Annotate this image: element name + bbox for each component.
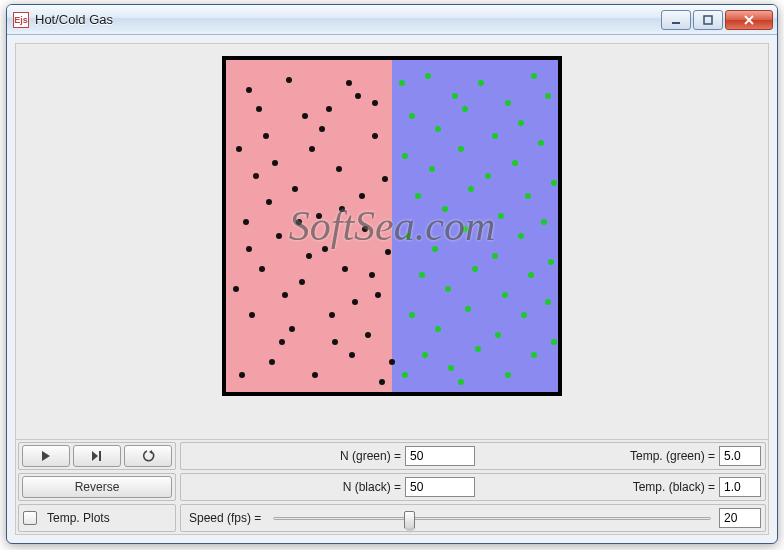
slider-thumb[interactable] xyxy=(404,511,415,529)
temp-plots-label: Temp. Plots xyxy=(43,511,114,525)
temp-plots-checkbox[interactable] xyxy=(23,511,37,525)
black-particle xyxy=(379,379,385,385)
reverse-button[interactable]: Reverse xyxy=(22,476,172,498)
black-particle xyxy=(269,359,275,365)
green-particle xyxy=(415,193,421,199)
green-particle xyxy=(545,299,551,305)
green-particle xyxy=(405,233,411,239)
speed-slider[interactable] xyxy=(273,508,711,528)
play-button[interactable] xyxy=(22,445,70,467)
green-particle xyxy=(492,133,498,139)
n-black-input[interactable]: 50 xyxy=(405,477,475,497)
black-particle xyxy=(246,87,252,93)
green-particle xyxy=(409,113,415,119)
green-particle xyxy=(505,372,511,378)
cold-region xyxy=(392,60,558,392)
svg-marker-7 xyxy=(149,450,152,454)
black-particle xyxy=(279,339,285,345)
temp-black-input[interactable]: 1.0 xyxy=(719,477,761,497)
black-particle xyxy=(253,173,259,179)
black-particle xyxy=(389,359,395,365)
green-particle xyxy=(402,153,408,159)
svg-marker-4 xyxy=(42,451,50,461)
black-particle xyxy=(372,100,378,106)
green-particle xyxy=(518,120,524,126)
svg-rect-6 xyxy=(99,451,101,461)
green-particle xyxy=(512,160,518,166)
green-particle xyxy=(409,312,415,318)
temp-black-label: Temp. (black) = xyxy=(629,480,719,494)
simulation-box[interactable] xyxy=(222,56,562,396)
green-particle xyxy=(538,140,544,146)
reset-button[interactable] xyxy=(124,445,172,467)
reset-icon xyxy=(141,450,155,462)
green-particle xyxy=(465,306,471,312)
green-particle xyxy=(432,246,438,252)
green-particle xyxy=(429,166,435,172)
app-icon: Ejs xyxy=(13,12,29,28)
playback-buttons xyxy=(18,442,176,470)
n-green-input[interactable]: 50 xyxy=(405,446,475,466)
black-particle xyxy=(349,352,355,358)
green-particle xyxy=(475,346,481,352)
green-particle xyxy=(452,93,458,99)
temp-green-input[interactable]: 5.0 xyxy=(719,446,761,466)
black-particle xyxy=(336,166,342,172)
green-particle xyxy=(505,100,511,106)
black-params-panel: N (black) = 50 Temp. (black) = 1.0 xyxy=(180,473,766,501)
minimize-button[interactable] xyxy=(661,10,691,30)
svg-rect-1 xyxy=(704,16,712,24)
green-params-panel: N (green) = 50 Temp. (green) = 5.0 xyxy=(180,442,766,470)
black-particle xyxy=(359,193,365,199)
black-particle xyxy=(342,266,348,272)
svg-marker-5 xyxy=(92,451,98,461)
client-area: SoftSea.com N (green) xyxy=(15,43,769,535)
green-particle xyxy=(525,193,531,199)
black-particle xyxy=(243,219,249,225)
black-particle xyxy=(259,266,265,272)
slider-track xyxy=(273,517,711,520)
black-particle xyxy=(346,80,352,86)
green-particle xyxy=(435,326,441,332)
green-particle xyxy=(442,206,448,212)
black-particle xyxy=(233,286,239,292)
black-particle xyxy=(316,213,322,219)
green-particle xyxy=(545,93,551,99)
black-particle xyxy=(276,233,282,239)
temp-green-label: Temp. (green) = xyxy=(626,449,719,463)
green-particle xyxy=(551,180,557,186)
green-particle xyxy=(462,226,468,232)
speed-input[interactable]: 20 xyxy=(719,508,761,528)
reverse-button-label: Reverse xyxy=(75,480,120,494)
n-green-label: N (green) = xyxy=(336,449,405,463)
green-particle xyxy=(422,352,428,358)
step-button[interactable] xyxy=(73,445,121,467)
window-title: Hot/Cold Gas xyxy=(35,12,661,27)
green-particle xyxy=(502,292,508,298)
black-particle xyxy=(289,326,295,332)
controls-panel: N (green) = 50 Temp. (green) = 5.0 Rever… xyxy=(16,439,768,534)
close-button[interactable] xyxy=(725,10,773,30)
green-particle xyxy=(472,266,478,272)
step-icon xyxy=(91,450,103,462)
black-particle xyxy=(286,77,292,83)
green-particle xyxy=(485,173,491,179)
green-particle xyxy=(445,286,451,292)
green-particle xyxy=(402,372,408,378)
play-icon xyxy=(41,450,51,462)
temp-plots-panel: Temp. Plots xyxy=(18,504,176,532)
reverse-panel: Reverse xyxy=(18,473,176,501)
maximize-button[interactable] xyxy=(693,10,723,30)
black-particle xyxy=(246,246,252,252)
speed-panel: Speed (fps) = 20 xyxy=(180,504,766,532)
green-particle xyxy=(518,233,524,239)
green-particle xyxy=(492,253,498,259)
green-particle xyxy=(399,80,405,86)
black-particle xyxy=(263,133,269,139)
titlebar[interactable]: Ejs Hot/Cold Gas xyxy=(7,5,777,35)
application-window: Ejs Hot/Cold Gas SoftSea.com xyxy=(6,4,778,544)
simulation-area: SoftSea.com xyxy=(16,44,768,439)
n-black-label: N (black) = xyxy=(339,480,405,494)
green-particle xyxy=(498,213,504,219)
black-particle xyxy=(339,206,345,212)
